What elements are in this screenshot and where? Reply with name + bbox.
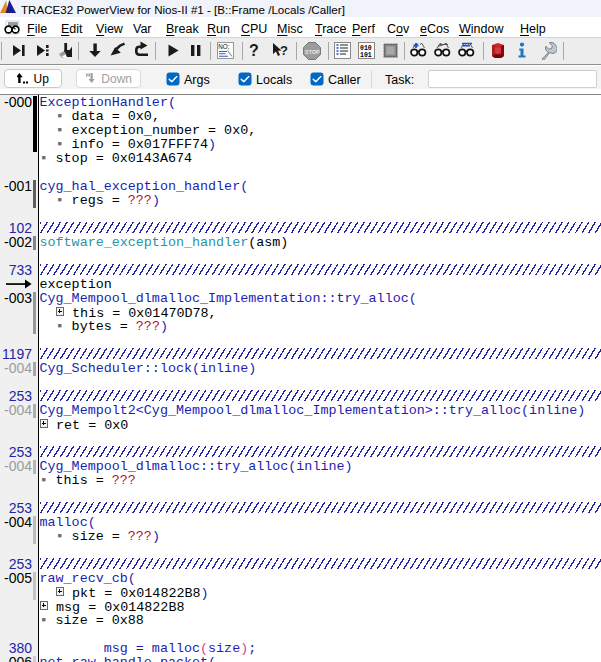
svg-text:?: ? [280, 43, 288, 58]
svg-text:STOP: STOP [305, 49, 320, 55]
svg-text:101: 101 [360, 52, 372, 59]
svg-text:010: 010 [360, 45, 372, 52]
svg-text:?: ? [249, 42, 259, 58]
svg-text:NO;: NO; [218, 43, 229, 50]
